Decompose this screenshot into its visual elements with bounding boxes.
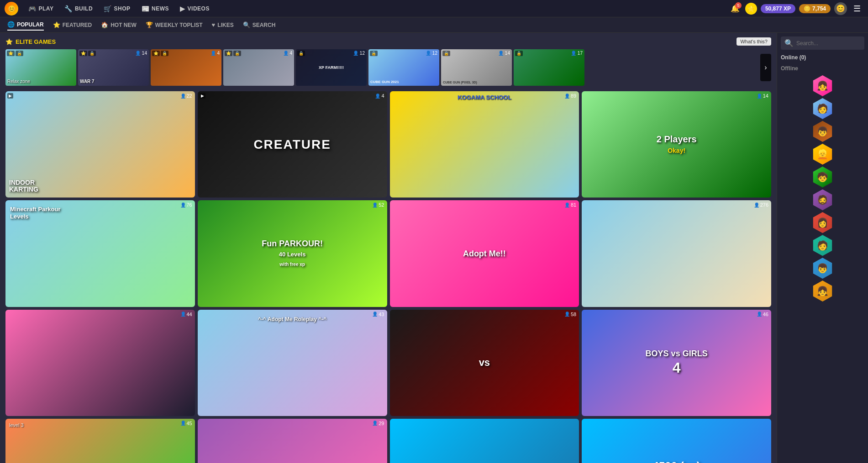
kogama-school-label: KOGAMA SCHOOL [458,94,511,101]
play-icon: 🎮 [28,5,37,12]
pets-count: 44 [180,312,192,317]
subnav-featured[interactable]: ⭐ FEATURED [53,20,92,30]
game-aquapark[interactable]: AQUA PARK [390,419,579,463]
elite-war7-count: 👤 14 [135,51,147,56]
elite-game-3[interactable]: ⭐ 🔒 👤 4 [151,49,221,86]
game-mc-parkour[interactable]: 76 Minecraft ParkourLevels [5,200,195,307]
game-loveland[interactable]: 29 - Love Land - [198,419,387,463]
star-elite-icon: ⭐ [5,38,13,45]
elite-game-cubegun3d[interactable]: 🔒 👤 14 CUBE GUN (PIXEL 3D) [441,49,512,86]
nav-play[interactable]: 🎮 PLAY [24,3,58,14]
hot-new-icon: 🏠 [101,21,108,28]
subnav-popular-label: POPULAR [17,21,44,28]
subnav-search[interactable]: 🔍 SEARCH [243,20,276,30]
videos-icon: ▶ [180,5,185,12]
friend-avatar-2[interactable]: 🧑 [812,98,833,119]
nav-shop[interactable]: 🛒 SHOP [99,3,135,14]
nav-build-label: BUILD [75,5,93,12]
adopt-roleplay-label: ^-^ Adopt Me Roleplay ^-^ [258,316,326,323]
friend-avatar-8[interactable]: 🧑 [812,235,833,256]
karting-play-icon: ▶ [7,93,13,99]
game-pvp[interactable]: 58 vs [390,310,579,416]
search-icon: 🔍 [243,21,250,28]
news-icon: 📰 [142,5,150,12]
creature-play-icon: ▶ [200,93,205,99]
mine-276-count: 276 [754,202,768,208]
level3-label: level 3 [9,422,24,428]
subnav-weekly-label: WEEKLY TOPLIST [155,22,203,28]
content-area: ⭐ ELITE GAMES What's this? ⭐ 🔒 Relax zon… [0,33,777,463]
games-row-2: 76 Minecraft ParkourLevels 52 Fun PARKOU… [5,200,771,307]
karting-label: INDOORKARTING [9,179,38,193]
games-row-3: 44 43 ^-^ Adopt Me Roleplay ^-^ 58 vs 46… [5,310,771,416]
game-boys-girls[interactable]: 46 BOYS vs GIRLS4 [582,310,771,416]
notification-button[interactable]: 🔔 5 [729,2,742,15]
nav-play-label: PLAY [39,5,54,12]
nav-news-label: NEWS [152,5,169,12]
friend-avatar-7[interactable]: 👩 [812,212,833,233]
elite-game-cubegun[interactable]: 🔒 👤 12 CUBE GUN 2021 [368,49,439,86]
friend-avatar-5[interactable]: 🧒 [812,166,833,187]
game-adopt-me[interactable]: 81 Adopt Me!! [390,200,579,307]
adopt-me-count: 81 [564,202,576,208]
karting-count: 22 [180,93,192,99]
subnav-featured-label: FEATURED [63,22,92,28]
what-this-button[interactable]: What's this? [736,37,771,46]
nav-videos-label: VIDEOS [188,5,210,12]
game-adopt-roleplay[interactable]: 43 ^-^ Adopt Me Roleplay ^-^ [198,310,387,416]
gold-amount: 7,754 [812,5,826,12]
kogama-school-count: 89 [564,93,576,99]
game-pets[interactable]: 44 [5,310,195,416]
game-4500xp[interactable]: 4500 (xp)free [582,419,771,463]
elite-game-xpfarm[interactable]: 🔒 👤 12 XP FARM!!!!! [296,49,367,86]
elite-game-war7[interactable]: ⭐ 🔒 👤 14 WAR 7 [78,49,149,86]
friend-avatar-3[interactable]: 👦 [812,121,833,142]
subnav-weekly[interactable]: 🏆 WEEKLY TOPLIST [146,20,203,30]
game-indoor-karting[interactable]: ▶ 22 INDOORKARTING [5,91,195,198]
adopt-me-label: Adopt Me!! [463,249,506,258]
subnav-popular[interactable]: 🌐 POPULAR [7,19,44,31]
mc-parkour-label: Minecraft ParkourLevels [10,206,61,220]
elite-game-relax[interactable]: ⭐ 🔒 Relax zone [5,49,76,86]
game-2players[interactable]: 14 2 PlayersOkay! [582,91,771,198]
nav-build[interactable]: 🔧 BUILD [60,3,97,14]
elite-3-count: 👤 4 [210,51,220,56]
friend-avatar-10[interactable]: 👧 [812,281,833,302]
nav-news[interactable]: 📰 NEWS [137,3,174,14]
popular-icon: 🌐 [7,21,15,28]
sidebar-search-box[interactable]: 🔍 [781,36,864,50]
build-icon: 🔧 [64,5,73,12]
sub-navigation: 🌐 POPULAR ⭐ FEATURED 🏠 HOT NEW 🏆 WEEKLY … [0,17,868,33]
user-avatar[interactable]: 😊 [834,2,847,15]
game-creature[interactable]: ▶ 4 CREATURE [198,91,387,198]
game-kogama-school[interactable]: 89 KOGAMA SCHOOL [390,91,579,198]
friend-avatar-1[interactable]: 👧 [812,75,833,96]
subnav-likes[interactable]: ♥ LIKES [212,20,234,30]
2players-label: 2 PlayersOkay! [657,134,697,155]
subnav-hot-new[interactable]: 🏠 HOT NEW [101,20,137,30]
game-fun-parkour[interactable]: 52 Fun PARKOUR!40 Levelswith free xp [198,200,387,307]
sidebar-search-icon: 🔍 [784,39,794,47]
friend-avatar-9[interactable]: 👦 [812,258,833,279]
friend-avatar-4[interactable]: 👱 [812,144,833,165]
elite-games-header: ⭐ ELITE GAMES What's this? [5,37,771,46]
game-mine-276[interactable]: 276 [582,200,771,307]
adopt-roleplay-count: 43 [372,312,384,317]
nav-videos[interactable]: ▶ VIDEOS [175,3,214,14]
loveland-count: 29 [372,421,384,426]
elite-cubegun-label: CUBE GUN 2021 [370,80,399,84]
elite-scroll-right[interactable]: › [760,54,771,81]
fun-parkour-label: Fun PARKOUR!40 Levelswith free xp [207,239,377,269]
hamburger-menu[interactable]: ☰ [851,2,863,15]
elite-game-4[interactable]: ⭐ 🔒 👤 4 [223,49,294,86]
subnav-likes-label: LIKES [217,22,233,28]
sidebar-search-input[interactable] [796,40,861,47]
game-level3[interactable]: 45 level 3 [5,419,195,463]
2players-count: 14 [757,93,768,99]
friend-avatar-6[interactable]: 🧔 [812,189,833,210]
elite-war7-label: WAR 7 [80,79,95,84]
logo[interactable]: 😊 [5,2,18,16]
top-navigation: 😊 🎮 PLAY 🔧 BUILD 🛒 SHOP 📰 NEWS ▶ VIDEOS … [0,0,868,17]
sidebar: 🔍 Online (0) Offline 👧 🧑 👦 👱 🧒 🧔 👩 🧑 👦 👧 [777,33,868,463]
elite-game-8[interactable]: 🔒 👤 17 [514,49,584,86]
